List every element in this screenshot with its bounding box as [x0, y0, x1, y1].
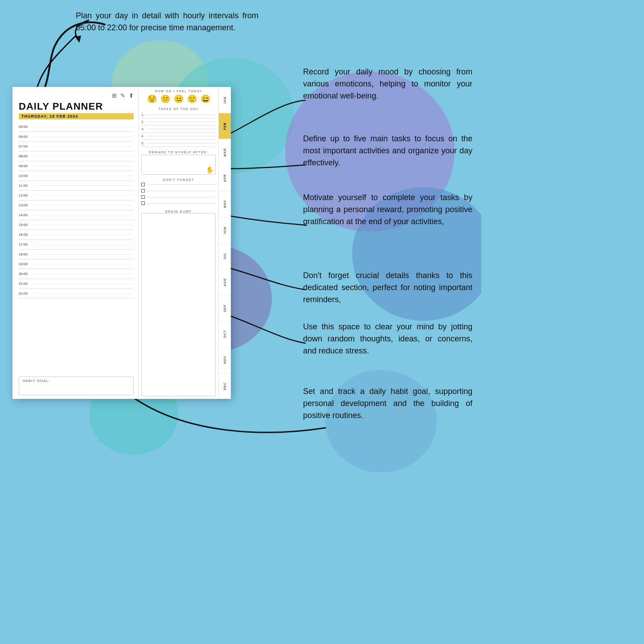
annotation-tasks: Define up to five main tasks to focus on…	[303, 133, 472, 169]
annotation-top: Plan your day in detail with hourly inte…	[76, 10, 258, 34]
time-row: 15:00	[19, 220, 134, 230]
time-row: 12:00	[19, 191, 134, 201]
sidebar-month-aug[interactable]: AUG	[219, 269, 231, 295]
time-label: 19:00	[19, 262, 33, 266]
sidebar-month-feb[interactable]: FEB	[219, 113, 231, 139]
planner-title: DAILY PLANNER	[19, 101, 134, 112]
habit-label: HABIT GOAL:	[23, 379, 50, 383]
sidebar-month-mar[interactable]: MAR	[219, 139, 231, 165]
task-row: 1.	[141, 111, 216, 119]
dontforget-row	[141, 200, 216, 206]
planner-sidebar: JANFEBMARAPRMAYJUNJULAUGSEPOCTNOVDEC	[218, 87, 231, 399]
grid-icon[interactable]: ⊞	[112, 92, 117, 99]
checkbox[interactable]	[141, 195, 145, 199]
dontforget-row	[141, 181, 216, 188]
time-label: 12:00	[19, 193, 33, 197]
checkbox[interactable]	[141, 201, 145, 205]
dontforget-row	[141, 188, 216, 194]
reward-section: REWARD TO MYSELF AFTER: ✋	[141, 149, 216, 175]
annotation-dontforget: Don't forget crucial details thanks to t…	[303, 270, 472, 306]
tasks-container: 1.2.3.4.5.	[141, 111, 216, 147]
sidebar-month-oct[interactable]: OCT	[219, 321, 231, 347]
task-number: 4.	[141, 134, 145, 138]
tasks-label: TASKS OF THE DAY	[141, 107, 216, 111]
planner: ⊞ ✎ ⬆ DAILY PLANNER THURSDAY, 15 FEB 202…	[12, 87, 231, 399]
time-label: 07:00	[19, 144, 33, 148]
habit-goal-section: HABIT GOAL:	[19, 377, 134, 395]
mood-emoji[interactable]: 😄	[201, 94, 210, 104]
mood-emoji[interactable]: 😐	[174, 94, 184, 104]
checkbox[interactable]	[141, 189, 145, 193]
sidebar-month-jul[interactable]: JUL	[219, 243, 231, 269]
dontforget-section: DON'T FORGET	[141, 176, 216, 206]
checkboxes-container	[141, 181, 216, 206]
mood-emoji[interactable]: 🙂	[187, 94, 197, 104]
sidebar-month-nov[interactable]: NOV	[219, 347, 231, 373]
time-row: 21:00	[19, 279, 134, 289]
sidebar-month-jan[interactable]: JAN	[219, 87, 231, 113]
time-label: 21:00	[19, 282, 33, 286]
time-label: 22:00	[19, 291, 33, 295]
time-label: 10:00	[19, 174, 33, 178]
time-label: 15:00	[19, 223, 33, 227]
time-label: 16:00	[19, 233, 33, 237]
mood-section: HOW DO I FEEL TODAY 😟😕😐🙂😄	[141, 90, 216, 104]
annotation-reward: Motivate yourself to complete your tasks…	[303, 192, 472, 228]
task-row: 4.	[141, 133, 216, 140]
sidebar-month-dec[interactable]: DEC	[219, 373, 231, 399]
time-label: 14:00	[19, 213, 33, 217]
time-row: 10:00	[19, 171, 134, 181]
reward-label: REWARD TO MYSELF AFTER:	[141, 151, 216, 154]
time-row: 05:00	[19, 122, 134, 132]
time-row: 08:00	[19, 152, 134, 161]
time-row: 09:00	[19, 161, 134, 171]
braindump-section: BRAIN DUMP	[141, 208, 216, 396]
time-row: 06:00	[19, 132, 134, 142]
task-number: 1.	[141, 113, 145, 117]
mood-emojis: 😟😕😐🙂😄	[141, 94, 216, 104]
dontforget-label: DON'T FORGET	[141, 178, 216, 181]
time-row: 19:00	[19, 259, 134, 269]
planner-right-panel: HOW DO I FEEL TODAY 😟😕😐🙂😄 TASKS OF THE D…	[138, 87, 218, 399]
time-label: 09:00	[19, 164, 33, 168]
reward-icon: ✋	[206, 166, 213, 173]
sidebar-month-sep[interactable]: SEP	[219, 295, 231, 321]
time-row: 17:00	[19, 240, 134, 250]
annotation-braindump: Use this space to clear your mind by jot…	[303, 321, 472, 357]
mood-emoji[interactable]: 😕	[160, 94, 170, 104]
task-row: 3.	[141, 126, 216, 133]
time-label: 06:00	[19, 135, 33, 139]
task-row: 5.	[141, 140, 216, 147]
braindump-box	[141, 213, 216, 396]
time-label: 18:00	[19, 252, 33, 256]
time-label: 17:00	[19, 242, 33, 246]
time-row: 18:00	[19, 250, 134, 259]
time-row: 13:00	[19, 201, 134, 210]
time-row: 16:00	[19, 230, 134, 240]
time-row: 22:00	[19, 289, 134, 299]
sidebar-month-apr[interactable]: APR	[219, 165, 231, 191]
tasks-section: TASKS OF THE DAY 1.2.3.4.5.	[141, 107, 216, 147]
sidebar-month-may[interactable]: MAY	[219, 191, 231, 217]
time-row: 07:00	[19, 142, 134, 152]
task-number: 2.	[141, 120, 145, 124]
time-label: 05:00	[19, 125, 33, 129]
svg-marker-1	[75, 36, 81, 43]
time-label: 11:00	[19, 184, 33, 188]
sidebar-month-jun[interactable]: JUN	[219, 217, 231, 243]
time-row: 14:00	[19, 210, 134, 220]
time-label: 20:00	[19, 272, 33, 276]
upload-icon[interactable]: ⬆	[129, 92, 134, 99]
task-number: 3.	[141, 127, 145, 131]
mood-emoji[interactable]: 😟	[147, 94, 157, 104]
mood-label: HOW DO I FEEL TODAY	[141, 90, 216, 93]
edit-icon[interactable]: ✎	[120, 92, 125, 99]
reward-box: ✋	[141, 155, 216, 175]
annotation-habit: Set and track a daily habit goal, suppor…	[303, 386, 472, 422]
time-row: 20:00	[19, 269, 134, 279]
task-number: 5.	[141, 141, 145, 145]
task-row: 2.	[141, 119, 216, 126]
time-row: 11:00	[19, 181, 134, 191]
time-slots: 05:0006:0007:0008:0009:0010:0011:0012:00…	[19, 122, 134, 374]
checkbox[interactable]	[141, 183, 145, 186]
